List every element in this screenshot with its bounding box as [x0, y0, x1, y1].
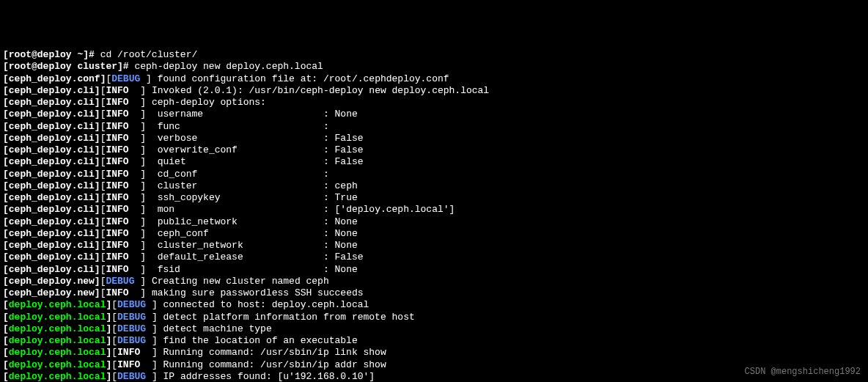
log-line: [ceph_deploy.cli][INFO ] mon : ['deploy.…	[3, 204, 865, 216]
log-line: [ceph_deploy.cli][INFO ] public_network …	[3, 216, 865, 228]
shell-prompt-line[interactable]: [root@deploy ~]# cd /root/cluster/	[3, 49, 865, 61]
log-line: [ceph_deploy.conf][DEBUG ] found configu…	[3, 73, 865, 85]
log-line: [deploy.ceph.local][DEBUG ] detect machi…	[3, 323, 865, 335]
log-line: [ceph_deploy.new][DEBUG ] Creating new c…	[3, 276, 865, 287]
log-line: [ceph_deploy.cli][INFO ] default_release…	[3, 251, 865, 263]
watermark: CSDN @mengshicheng1992	[745, 367, 861, 378]
terminal-output[interactable]: [root@deploy ~]# cd /root/cluster/[root@…	[3, 49, 865, 382]
log-line: [deploy.ceph.local][DEBUG ] find the loc…	[3, 335, 865, 347]
log-line: [ceph_deploy.cli][INFO ] username : None	[3, 109, 865, 120]
log-line: [ceph_deploy.cli][INFO ] overwrite_conf …	[3, 144, 865, 156]
log-line: [ceph_deploy.cli][INFO ] Invoked (2.0.1)…	[3, 85, 865, 97]
log-line: [ceph_deploy.cli][INFO ] cluster : ceph	[3, 180, 865, 192]
log-line: [ceph_deploy.cli][INFO ] cd_conf :	[3, 169, 865, 180]
log-line: [deploy.ceph.local][INFO ] Running comma…	[3, 347, 865, 359]
log-line: [ceph_deploy.new][INFO ] making sure pas…	[3, 287, 865, 299]
log-line: [deploy.ceph.local][INFO ] Running comma…	[3, 359, 865, 371]
log-line: [deploy.ceph.local][DEBUG ] connected to…	[3, 299, 865, 311]
log-line: [deploy.ceph.local][DEBUG ] detect platf…	[3, 312, 865, 323]
log-line: [ceph_deploy.cli][INFO ] func :	[3, 121, 865, 133]
log-line: [ceph_deploy.cli][INFO ] cluster_network…	[3, 240, 865, 251]
log-line: [ceph_deploy.cli][INFO ] ceph-deploy opt…	[3, 97, 865, 109]
log-line: [ceph_deploy.cli][INFO ] verbose : False	[3, 133, 865, 144]
log-line: [ceph_deploy.cli][INFO ] ceph_conf : Non…	[3, 228, 865, 240]
log-line: [ceph_deploy.cli][INFO ] fsid : None	[3, 264, 865, 276]
log-line: [deploy.ceph.local][DEBUG ] IP addresses…	[3, 371, 865, 382]
log-line: [ceph_deploy.cli][INFO ] ssh_copykey : T…	[3, 192, 865, 204]
shell-prompt-line[interactable]: [root@deploy cluster]# ceph-deploy new d…	[3, 61, 865, 73]
log-line: [ceph_deploy.cli][INFO ] quiet : False	[3, 156, 865, 168]
